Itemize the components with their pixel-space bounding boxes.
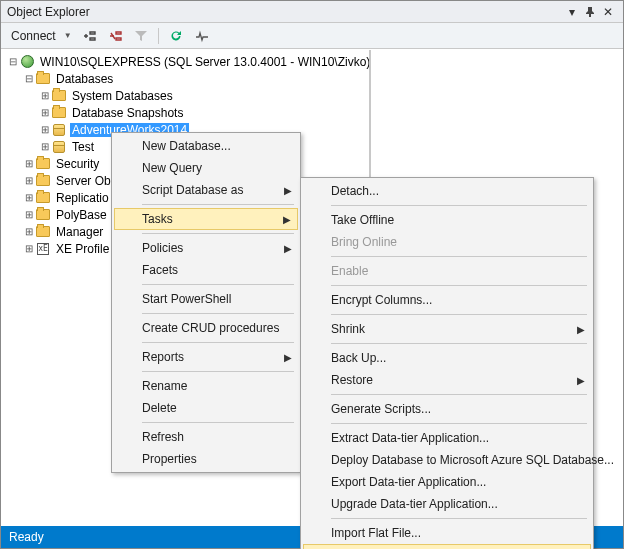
submenu-arrow-icon: ▶ [284,352,292,363]
tree-node-server[interactable]: ⊟ WIN10\SQLEXPRESS (SQL Server 13.0.4001… [5,53,623,70]
activity-icon[interactable] [193,27,211,45]
xe-icon: xE [35,242,51,256]
tree-label: Test [70,140,96,154]
menu-item-facets[interactable]: Facets [114,259,298,281]
tree-node-databases[interactable]: ⊟ Databases [5,70,623,87]
menu-item-policies[interactable]: Policies▶ [114,237,298,259]
collapse-icon[interactable]: ⊟ [23,73,35,84]
collapse-icon[interactable]: ⊟ [7,56,19,67]
tree-node-security[interactable]: ⊞ Security [5,155,623,172]
menu-item-extract-data-tier[interactable]: Extract Data-tier Application... [303,427,591,449]
tree-label: Databases [54,72,115,86]
menu-item-bring-online: Bring Online [303,231,591,253]
pin-icon[interactable] [581,4,599,20]
tree-node-adventureworks2014[interactable]: ⊞ AdventureWorks2014 [5,121,623,138]
connect-button[interactable]: Connect [7,29,60,43]
submenu-arrow-icon: ▶ [284,243,292,254]
expand-icon[interactable]: ⊞ [39,124,51,135]
menu-separator [331,314,587,315]
expand-icon[interactable]: ⊞ [23,209,35,220]
folder-icon [51,106,67,120]
expand-icon[interactable]: ⊞ [23,226,35,237]
folder-icon [35,72,51,86]
submenu-arrow-icon: ▶ [577,324,585,335]
menu-item-create-crud[interactable]: Create CRUD procedures [114,317,298,339]
menu-separator [331,285,587,286]
menu-separator [142,342,294,343]
tree-label: Security [54,157,101,171]
folder-icon [35,208,51,222]
window-position-dropdown-icon[interactable]: ▾ [563,4,581,20]
panel-title: Object Explorer [7,5,563,19]
menu-item-deploy-azure[interactable]: Deploy Database to Microsoft Azure SQL D… [303,449,591,471]
tree-node-database-snapshots[interactable]: ⊞ Database Snapshots [5,104,623,121]
menu-separator [142,422,294,423]
expand-icon[interactable]: ⊞ [23,192,35,203]
menu-item-refresh[interactable]: Refresh [114,426,298,448]
tree-label: Replicatio [54,191,111,205]
folder-icon [35,191,51,205]
menu-separator [331,256,587,257]
folder-icon [51,89,67,103]
menu-item-tasks[interactable]: Tasks▶ [114,208,298,230]
menu-separator [142,313,294,314]
toolbar-separator [158,28,159,44]
tree-label: PolyBase [54,208,109,222]
tree-label: Manager [54,225,105,239]
menu-item-import-flat-file[interactable]: Import Flat File... [303,522,591,544]
menu-item-rename[interactable]: Rename [114,375,298,397]
menu-item-generate-scripts[interactable]: Generate Scripts... [303,398,591,420]
menu-item-import-data[interactable]: Import Data... [303,544,591,549]
tree-label: Database Snapshots [70,106,185,120]
refresh-icon[interactable] [167,27,185,45]
menu-item-shrink[interactable]: Shrink▶ [303,318,591,340]
menu-item-back-up[interactable]: Back Up... [303,347,591,369]
tree-label: System Databases [70,89,175,103]
menu-item-start-powershell[interactable]: Start PowerShell [114,288,298,310]
submenu-arrow-icon: ▶ [577,375,585,386]
menu-item-script-database-as[interactable]: Script Database as▶ [114,179,298,201]
menu-separator [142,233,294,234]
menu-separator [331,518,587,519]
menu-separator [331,423,587,424]
menu-item-new-query[interactable]: New Query [114,157,298,179]
expand-icon[interactable]: ⊞ [23,243,35,254]
folder-icon [35,225,51,239]
expand-icon[interactable]: ⊞ [39,141,51,152]
toolbar: Connect ▼ [1,23,623,49]
menu-item-detach[interactable]: Detach... [303,180,591,202]
submenu-arrow-icon: ▶ [283,214,291,225]
menu-item-new-database[interactable]: New Database... [114,135,298,157]
close-icon[interactable]: ✕ [599,4,617,20]
menu-item-enable: Enable [303,260,591,282]
status-text: Ready [9,530,44,544]
menu-item-export-data-tier[interactable]: Export Data-tier Application... [303,471,591,493]
menu-item-take-offline[interactable]: Take Offline [303,209,591,231]
expand-icon[interactable]: ⊞ [39,107,51,118]
menu-item-encrypt-columns[interactable]: Encrypt Columns... [303,289,591,311]
menu-item-upgrade-data-tier[interactable]: Upgrade Data-tier Application... [303,493,591,515]
connect-dropdown-icon[interactable]: ▼ [64,31,72,40]
menu-item-properties[interactable]: Properties [114,448,298,470]
menu-item-reports[interactable]: Reports▶ [114,346,298,368]
menu-item-delete[interactable]: Delete [114,397,298,419]
panel-header: Object Explorer ▾ ✕ [1,1,623,23]
expand-icon[interactable]: ⊞ [39,90,51,101]
menu-item-restore[interactable]: Restore▶ [303,369,591,391]
expand-icon[interactable]: ⊞ [23,158,35,169]
database-icon [51,123,67,137]
tree-label: WIN10\SQLEXPRESS (SQL Server 13.0.4001 -… [38,55,372,69]
expand-icon[interactable]: ⊞ [23,175,35,186]
filter-icon[interactable] [132,27,150,45]
tree-label: XE Profile [54,242,111,256]
disconnect-icon[interactable] [106,27,124,45]
tree-node-system-databases[interactable]: ⊞ System Databases [5,87,623,104]
tree-label: Server Ob [54,174,113,188]
menu-separator [142,371,294,372]
tree-node-test[interactable]: ⊞ Test [5,138,623,155]
menu-separator [331,394,587,395]
menu-separator [331,343,587,344]
submenu-arrow-icon: ▶ [284,185,292,196]
folder-icon [35,157,51,171]
connect-object-explorer-icon[interactable] [80,27,98,45]
